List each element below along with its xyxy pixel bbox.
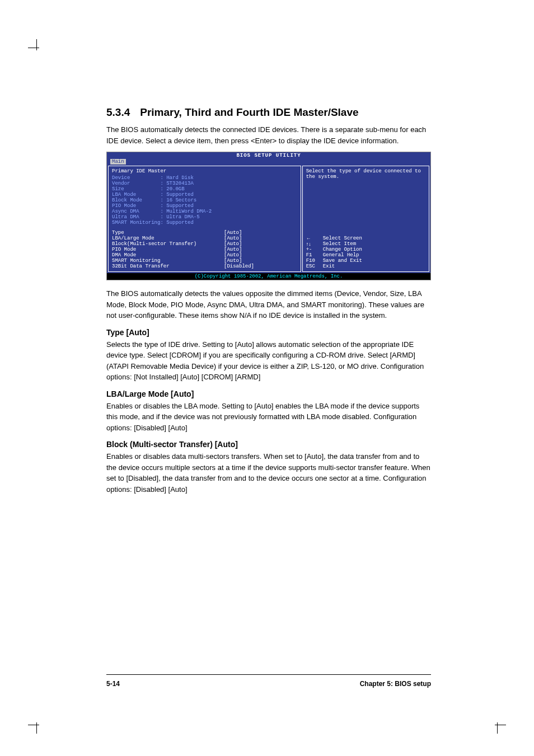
setting-row: LBA/Large Mode[Auto]	[112, 236, 297, 241]
setting-row: DMA Mode[Auto]	[112, 252, 297, 258]
help-key-row: F1General Help	[306, 252, 425, 258]
info-row: PIO Mode : Supported	[112, 203, 297, 209]
bios-tab-row: Main	[107, 159, 430, 165]
help-key-row: ↑↓Select Item	[306, 241, 425, 247]
bios-screenshot: BIOS SETUP UTILITY Main Primary IDE Mast…	[106, 152, 431, 280]
subsection-text: Enables or disables the LBA mode. Settin…	[106, 401, 431, 434]
subsection-text: Selects the type of IDE drive. Setting t…	[106, 339, 431, 383]
section-heading: 5.3.4Primary, Third and Fourth IDE Maste…	[106, 106, 431, 119]
intro-paragraph: The BIOS automatically detects the conne…	[106, 124, 431, 146]
bios-body: Primary IDE Master Device : Hard Disk Ve…	[107, 165, 430, 273]
crop-mark-bottom-right	[489, 717, 506, 734]
bios-right-panel: Select the type of device connected to t…	[302, 166, 429, 272]
subsection-heading: Block (Multi-sector Transfer) [Auto]	[106, 440, 431, 449]
after-bios-paragraph: The BIOS automatically detects the value…	[106, 288, 431, 321]
bios-panel-header: Primary IDE Master	[112, 168, 297, 174]
info-row: Ultra DMA : Ultra DMA-5	[112, 214, 297, 220]
info-row: Device : Hard Disk	[112, 175, 297, 181]
info-row: SMART Monitoring: Supported	[112, 220, 297, 226]
setting-row: 32Bit Data Transfer[Disabled]	[112, 264, 297, 269]
subsection-text: Enables or disables data multi-sectors t…	[106, 451, 431, 495]
info-row: LBA Mode : Supported	[112, 192, 297, 198]
bios-info-rows: Device : Hard Disk Vendor : ST320413A Si…	[112, 175, 297, 226]
bios-tab-main: Main	[110, 159, 126, 165]
info-row: Block Mode : 16 Sectors	[112, 198, 297, 203]
help-key-row: +-Change Option	[306, 247, 425, 252]
info-row: Vendor : ST320413A	[112, 181, 297, 186]
section-number: 5.3.4	[106, 106, 130, 119]
page-footer: 5-14 Chapter 5: BIOS setup	[106, 680, 431, 688]
info-row: Async DMA : MultiWord DMA-2	[112, 209, 297, 214]
arrow-updown-icon: ↑↓	[306, 241, 323, 247]
setting-row: Block(Multi-sector Transfer)[Auto]	[112, 241, 297, 247]
page-number: 5-14	[106, 680, 120, 688]
bios-help-keys: ←Select Screen ↑↓Select Item +-Change Op…	[306, 236, 425, 269]
setting-row: Type[Auto]	[112, 230, 297, 236]
bios-help-text: Select the type of device connected to t…	[306, 168, 425, 180]
crop-mark-top-left	[28, 39, 45, 56]
bios-title: BIOS SETUP UTILITY	[107, 152, 430, 159]
arrow-left-icon: ←	[306, 236, 323, 241]
subsection-heading: LBA/Large Mode [Auto]	[106, 389, 431, 398]
help-key-row: ESCExit	[306, 264, 425, 269]
info-row: Size : 20.0GB	[112, 186, 297, 192]
bios-copyright: (C)Copyright 1985-2002, American Megatre…	[107, 273, 430, 280]
setting-row: PIO Mode[Auto]	[112, 247, 297, 252]
footer-rule	[106, 674, 431, 675]
chapter-label: Chapter 5: BIOS setup	[360, 680, 431, 688]
bios-left-panel: Primary IDE Master Device : Hard Disk Ve…	[108, 166, 301, 272]
page-content: 5.3.4Primary, Third and Fourth IDE Maste…	[106, 106, 431, 500]
crop-mark-bottom-left	[28, 717, 45, 734]
section-title-text: Primary, Third and Fourth IDE Master/Sla…	[140, 106, 358, 118]
help-key-row: F10Save and Exit	[306, 258, 425, 264]
help-key-row: ←Select Screen	[306, 236, 425, 241]
setting-row: SMART Monitoring[Auto]	[112, 258, 297, 264]
bios-settings: Type[Auto] LBA/Large Mode[Auto] Block(Mu…	[112, 230, 297, 269]
subsection-heading: Type [Auto]	[106, 328, 431, 337]
